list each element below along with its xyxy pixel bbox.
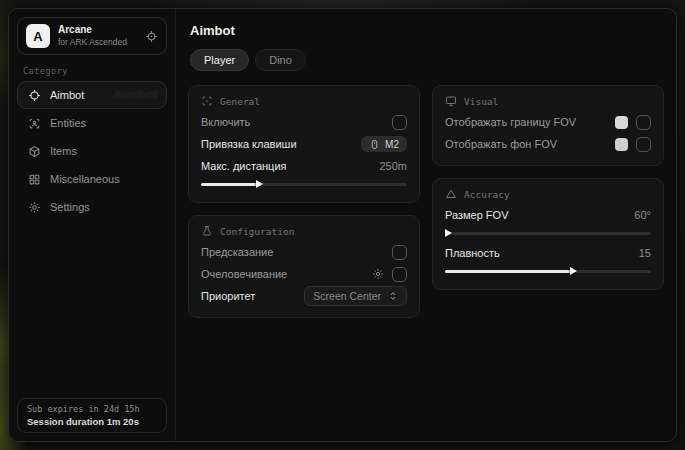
visual-card-title: Visual <box>464 96 498 107</box>
crosshair-icon <box>28 89 41 102</box>
keybind-label: Привязка клавиши <box>201 138 297 150</box>
prediction-row: Предсказание <box>201 241 407 263</box>
configuration-card-title: Configuration <box>220 226 294 237</box>
sidebar-item-label: Entities <box>50 117 86 129</box>
grid-icon <box>28 173 41 186</box>
app-name: Arcane <box>58 24 137 37</box>
triangle-icon <box>445 188 457 200</box>
sidebar: A Arcane for ARK Ascended Category <box>9 9 176 441</box>
sidebar-item-label: Aimbot <box>50 89 84 101</box>
configuration-card: Configuration Предсказание Очеловечивани… <box>188 215 420 318</box>
fov-size-slider[interactable] <box>445 229 651 238</box>
fov-border-label: Отображать границу FOV <box>445 116 576 128</box>
monitor-icon <box>445 95 457 107</box>
prediction-checkbox[interactable] <box>392 245 407 260</box>
priority-dropdown[interactable]: Screen Center <box>304 286 407 306</box>
smoothness-value: 15 <box>639 247 651 259</box>
box-icon <box>28 145 41 158</box>
fov-bg-color-swatch[interactable] <box>615 138 628 151</box>
fov-size-value: 60° <box>634 209 651 221</box>
fov-bg-checkbox[interactable] <box>636 137 651 152</box>
fov-bg-row: Отображать фон FOV <box>445 133 651 155</box>
max-distance-label: Макс. дистанция <box>201 160 287 172</box>
sidebar-item-label: Items <box>50 145 77 157</box>
smoothness-label: Плавность <box>445 247 500 259</box>
slider-thumb[interactable] <box>256 180 263 188</box>
cheat-menu-window: A Arcane for ARK Ascended Category <box>8 8 677 442</box>
page-title: Aimbot <box>190 23 664 38</box>
fov-bg-label: Отображать фон FOV <box>445 138 557 150</box>
tab-dino[interactable]: Dino <box>255 49 306 71</box>
target-icon[interactable] <box>145 30 158 43</box>
sidebar-item-aimbot[interactable]: Aimbot Aimbot <box>17 81 167 109</box>
fov-border-checkbox[interactable] <box>636 115 651 130</box>
fov-border-color-swatch[interactable] <box>615 116 628 129</box>
enable-label: Включить <box>201 116 250 128</box>
smoothness-row: Плавность 15 <box>445 242 651 264</box>
sub-expires-text: Sub expires in 24d 15h <box>27 404 157 414</box>
visual-card: Visual Отображать границу FOV Отображать… <box>432 85 664 166</box>
smoothness-slider[interactable] <box>445 267 651 276</box>
enable-row: Включить <box>201 111 407 133</box>
fov-border-row: Отображать границу FOV <box>445 111 651 133</box>
flask-icon <box>201 225 213 237</box>
fov-size-label: Размер FOV <box>445 209 508 221</box>
max-distance-value: 250m <box>379 160 407 172</box>
sidebar-nav: Aimbot Aimbot Entities <box>17 81 167 221</box>
app-logo: A <box>26 24 50 48</box>
tab-player[interactable]: Player <box>190 49 249 71</box>
keybind-button[interactable]: M2 <box>361 136 407 152</box>
max-distance-row: Макс. дистанция 250m <box>201 155 407 177</box>
enable-checkbox[interactable] <box>392 115 407 130</box>
fov-size-row: Размер FOV 60° <box>445 204 651 226</box>
priority-label: Приоритет <box>201 290 255 302</box>
caret-up-down-icon <box>388 291 398 301</box>
mouse-icon <box>369 139 380 150</box>
keybind-value: M2 <box>385 139 399 150</box>
slider-thumb[interactable] <box>445 229 452 237</box>
general-card: General Включить Привязка клавиши <box>188 85 420 203</box>
humanize-settings-gear-icon[interactable] <box>372 268 384 280</box>
sidebar-item-items[interactable]: Items <box>17 137 167 165</box>
main-content: Aimbot Player Dino <box>176 9 676 441</box>
subscription-info-card: Sub expires in 24d 15h Session duration … <box>17 398 167 433</box>
brand-card: A Arcane for ARK Ascended <box>17 17 167 55</box>
humanize-checkbox[interactable] <box>392 267 407 282</box>
session-duration-text: Session duration 1m 20s <box>27 416 157 427</box>
sidebar-item-settings[interactable]: Settings <box>17 193 167 221</box>
sidebar-item-label: Settings <box>50 201 90 213</box>
sidebar-item-entities[interactable]: Entities <box>17 109 167 137</box>
keybind-row: Привязка клавиши M2 <box>201 133 407 155</box>
sidebar-item-miscellaneous[interactable]: Miscellaneous <box>17 165 167 193</box>
humanize-row: Очеловечивание <box>201 263 407 285</box>
max-distance-slider[interactable] <box>201 180 407 189</box>
app-subtitle: for ARK Ascended <box>58 37 137 48</box>
aimbot-ghost-text: Aimbot <box>113 87 158 102</box>
scan-icon <box>201 95 213 107</box>
category-label: Category <box>23 66 161 76</box>
priority-row: Приоритет Screen Center <box>201 285 407 307</box>
general-card-title: General <box>220 96 260 107</box>
tab-bar: Player Dino <box>190 49 664 71</box>
slider-thumb[interactable] <box>570 267 577 275</box>
prediction-label: Предсказание <box>201 246 273 258</box>
sidebar-item-label: Miscellaneous <box>50 173 120 185</box>
game-background: A Arcane for ARK Ascended Category <box>0 0 685 450</box>
accuracy-card-title: Accuracy <box>464 189 510 200</box>
person-scan-icon <box>28 117 41 130</box>
priority-value: Screen Center <box>313 290 381 302</box>
humanize-label: Очеловечивание <box>201 268 287 280</box>
gear-icon <box>28 201 41 214</box>
accuracy-card: Accuracy Размер FOV 60° <box>432 178 664 290</box>
